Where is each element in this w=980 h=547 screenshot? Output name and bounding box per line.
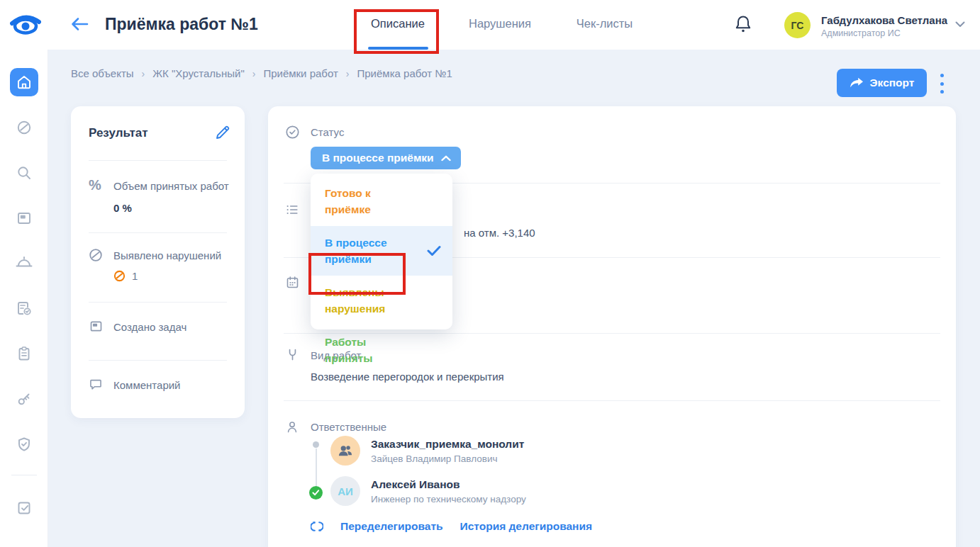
app-logo-eye-icon[interactable] [10,13,41,37]
violation-badge-icon [113,270,126,282]
responsible-name: Заказчик_приемка_монолит [371,438,524,451]
divider [89,302,227,303]
breadcrumb-project[interactable]: ЖК "Хрустальный" [152,67,244,79]
sidebar-item-key-icon[interactable] [10,385,38,413]
sidebar-item-panel-icon[interactable] [10,204,38,232]
sidebar-item-document-check-icon[interactable] [10,294,38,322]
timeline-dot [313,441,319,448]
chevron-up-icon [441,155,451,162]
responsible-person-row[interactable]: Заказчик_приемка_монолит Зайцев Владимир… [330,436,524,466]
responsible-label: Ответственные [311,421,386,433]
person-icon [285,419,299,434]
redelegate-link[interactable]: Переделегировать [340,520,443,533]
divider [89,232,227,233]
status-circle-check-icon [285,125,300,140]
accepted-volume-label: Объем принятых работ [113,180,234,192]
active-tab-underline [368,47,428,50]
initials-avatar: АИ [330,476,360,506]
group-icon [337,444,354,458]
divider [284,400,940,401]
app-header: Приёмка работ №1 Описание Нарушения Чек-… [0,0,980,50]
sidebar-item-panel-partial-icon[interactable] [10,538,38,547]
result-card-title: Результат [89,126,148,140]
status-option-violations-found[interactable]: Выявлены нарушения [311,276,452,325]
swap-arrows-icon [311,519,323,534]
breadcrumb-acceptances[interactable]: Приёмки работ [263,67,338,79]
tasks-panel-icon [89,319,104,334]
sidebar-item-clipboard-icon[interactable] [10,339,38,368]
violations-found-value: 1 [113,270,138,282]
status-label: Статус [311,126,344,138]
user-avatar[interactable]: ГС [784,12,811,38]
divider [89,160,227,161]
timeline-success-check-icon [309,486,323,500]
violations-found-label: Выявлено нарушений [113,249,234,261]
breadcrumb-separator: › [346,68,350,79]
sidebar-item-home-icon[interactable] [10,68,38,96]
status-option-works-accepted[interactable]: Работы приняты [311,325,452,375]
user-menu-chevron-down-icon[interactable] [954,20,966,28]
status-option-in-progress[interactable]: В процессе приёмки [311,226,452,276]
delegation-links-row: Переделегировать История делегирования [311,519,592,534]
result-summary-card: Результат % Объем принятых работ 0 % Выя… [71,106,245,418]
percent-icon: % [89,177,101,193]
selected-check-icon [427,246,441,256]
sidebar-item-prohibition-icon[interactable] [10,113,38,142]
prohibition-icon [89,248,103,262]
export-button[interactable]: Экспорт [837,69,927,97]
share-export-icon [850,77,864,89]
list-icon [285,203,299,217]
sidebar-divider [11,475,37,475]
user-name: Габдулхакова Светлана [821,14,947,26]
breadcrumb-all-objects[interactable]: Все объекты [71,67,134,79]
elevation-value-fragment: на отм. +3,140 [464,227,535,239]
comment-label: Комментарий [113,379,234,391]
tab-description[interactable]: Описание [359,17,437,34]
sidebar-item-search-icon[interactable] [10,159,38,187]
user-role: Администратор ИС [821,28,901,38]
responsible-person-row[interactable]: АИ Алексей Иванов Инженер по техническом… [330,476,526,506]
page-title: Приёмка работ №1 [105,15,258,34]
left-navigation-rail [0,50,48,547]
export-button-label: Экспорт [870,77,915,89]
status-dropdown-button[interactable]: В процессе приёмки [311,147,461,169]
tab-violations[interactable]: Нарушения [461,17,539,34]
breadcrumb-separator: › [252,68,256,79]
status-dropdown-menu: Готово к приёмке В процессе приёмки Выяв… [311,174,452,329]
sidebar-item-checkbox-icon[interactable] [10,494,38,522]
status-option-ready[interactable]: Готово к приёмке [311,176,452,226]
breadcrumb-current: Приёмка работ №1 [357,67,452,79]
sidebar-item-shield-check-icon[interactable] [10,430,38,458]
delegation-history-link[interactable]: История делегирования [460,520,592,533]
comment-bubble-icon [89,377,103,391]
edit-pencil-icon[interactable] [215,125,230,140]
back-arrow-icon[interactable] [69,16,89,33]
responsible-subtitle: Зайцев Владимир Павлович [371,453,524,464]
breadcrumb-separator: › [142,68,145,79]
tasks-created-label: Создано задач [113,321,234,333]
responsible-name: Алексей Иванов [371,478,526,491]
calendar-icon [285,275,300,290]
group-avatar [330,436,360,466]
responsible-subtitle: Инженер по техническому надзору [371,494,526,504]
tab-checklists[interactable]: Чек-листы [564,17,645,34]
notifications-bell-icon[interactable] [734,14,752,34]
accepted-volume-value: 0 % [113,202,132,214]
more-actions-kebab-icon[interactable] [937,74,946,94]
sidebar-item-helmet-icon[interactable] [10,249,38,277]
status-current-value: В процессе приёмки [322,152,434,164]
divider [89,360,227,361]
timeline-line [316,449,317,489]
wrench-icon [285,347,300,363]
breadcrumb: Все объекты › ЖК "Хрустальный" › Приёмки… [71,67,452,79]
